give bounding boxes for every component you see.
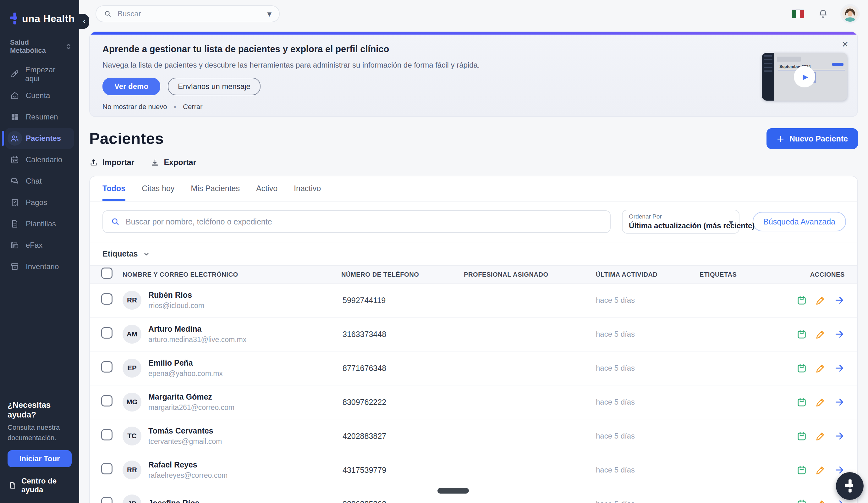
sidebar-item-calendario[interactable]: Calendario bbox=[5, 149, 74, 171]
luna-assistant-fab[interactable] bbox=[836, 472, 864, 500]
select-all-checkbox[interactable] bbox=[101, 268, 113, 279]
patient-name[interactable]: Tomás Cervantes bbox=[148, 426, 222, 435]
sidebar-item-pagos[interactable]: Pagos bbox=[5, 192, 74, 213]
edit-pencil-icon[interactable] bbox=[815, 499, 826, 503]
header-name: NOMBRE Y CORREO ELECTRÓNICO bbox=[115, 271, 329, 278]
open-profile-arrow-icon[interactable] bbox=[834, 499, 845, 503]
edit-pencil-icon[interactable] bbox=[815, 431, 826, 441]
row-checkbox[interactable] bbox=[101, 429, 113, 440]
view-demo-button[interactable]: Ver demo bbox=[102, 78, 160, 95]
edit-pencil-icon[interactable] bbox=[815, 363, 826, 373]
sidebar-item-efax[interactable]: eFax bbox=[5, 235, 74, 256]
sidebar-item-inventario[interactable]: Inventario bbox=[5, 256, 74, 277]
schedule-appointment-icon[interactable] bbox=[796, 329, 807, 340]
plus-icon: + bbox=[776, 133, 784, 144]
avatar: JR bbox=[123, 494, 142, 503]
sidebar-item-resumen[interactable]: Resumen bbox=[5, 106, 74, 127]
row-checkbox[interactable] bbox=[101, 395, 113, 407]
tab-citas-hoy[interactable]: Citas hoy bbox=[142, 184, 174, 201]
avatar: RR bbox=[123, 291, 142, 310]
send-message-button[interactable]: Envíanos un mensaje bbox=[168, 78, 260, 95]
edit-pencil-icon[interactable] bbox=[815, 397, 826, 408]
close-banner-link[interactable]: Cerrar bbox=[183, 103, 203, 111]
sidebar-item-chat[interactable]: Chat bbox=[5, 171, 74, 192]
sidebar-item-pacientes[interactable]: Pacientes bbox=[5, 127, 74, 149]
start-tour-button[interactable]: Iniciar Tour bbox=[8, 450, 72, 467]
brand-logo: una Health bbox=[0, 0, 79, 24]
row-checkbox[interactable] bbox=[101, 293, 113, 305]
help-text-line1: Consulta nuestra bbox=[8, 423, 72, 432]
tab-todos[interactable]: Todos bbox=[102, 184, 125, 201]
global-search-placeholder: Buscar bbox=[117, 9, 141, 18]
sort-label: Ordenar Por bbox=[629, 213, 733, 220]
tab-activo[interactable]: Activo bbox=[256, 184, 278, 201]
caret-down-icon: ▼ bbox=[729, 219, 733, 226]
patient-name[interactable]: Margarita Gómez bbox=[148, 392, 235, 401]
patients-icon bbox=[10, 134, 20, 143]
play-icon[interactable]: ▶ bbox=[794, 66, 815, 88]
patient-search-input[interactable]: Buscar por nombre, teléfono o expediente bbox=[102, 210, 611, 233]
close-icon[interactable]: ✕ bbox=[841, 40, 848, 49]
row-checkbox[interactable] bbox=[101, 361, 113, 372]
export-button[interactable]: Exportar bbox=[151, 158, 196, 167]
schedule-appointment-icon[interactable] bbox=[796, 397, 807, 408]
schedule-appointment-icon[interactable] bbox=[796, 295, 807, 306]
sidebar-item-empezar-aqui[interactable]: Empezar aqui bbox=[5, 63, 74, 85]
inventory-icon bbox=[10, 262, 20, 271]
schedule-appointment-icon[interactable] bbox=[796, 363, 807, 373]
open-profile-arrow-icon[interactable] bbox=[834, 431, 845, 441]
edit-pencil-icon[interactable] bbox=[815, 465, 826, 475]
patient-name[interactable]: Emilio Peña bbox=[148, 358, 223, 368]
search-icon bbox=[104, 10, 112, 18]
patients-card: Todos Citas hoy Mis Pacientes Activo Ina… bbox=[89, 176, 858, 503]
row-checkbox[interactable] bbox=[101, 497, 113, 503]
sidebar-collapse-button[interactable]: ‹ bbox=[79, 14, 89, 29]
table-row: TC Tomás Cervantes tcervantes@gmail.com … bbox=[90, 419, 857, 453]
tab-inactivo[interactable]: Inactivo bbox=[294, 184, 321, 201]
schedule-appointment-icon[interactable] bbox=[796, 499, 807, 503]
row-checkbox[interactable] bbox=[101, 327, 113, 339]
row-checkbox[interactable] bbox=[101, 463, 113, 474]
table-row: RR Rubén Ríos rrios@icloud.com 599274411… bbox=[90, 284, 857, 318]
patient-name[interactable]: Rafael Reyes bbox=[148, 460, 228, 469]
dashboard-icon bbox=[10, 112, 20, 122]
edit-pencil-icon[interactable] bbox=[815, 329, 826, 340]
payments-icon bbox=[10, 198, 20, 207]
tab-mis-pacientes[interactable]: Mis Pacientes bbox=[191, 184, 240, 201]
global-search-input[interactable]: Buscar ▼ bbox=[95, 6, 280, 22]
horizontal-scrollbar-thumb[interactable] bbox=[437, 488, 469, 494]
sidebar-item-label: Plantillas bbox=[26, 219, 56, 228]
sort-value: Última actualización (más reciente) bbox=[629, 221, 733, 230]
patient-name[interactable]: Josefina Ríos bbox=[148, 499, 199, 503]
new-patient-button[interactable]: + Nuevo Paciente bbox=[766, 128, 858, 149]
caret-down-icon[interactable]: ▼ bbox=[267, 11, 271, 17]
luna-health-app: ‹ una Health Salud Metabólica bbox=[0, 0, 868, 503]
advanced-search-button[interactable]: Búsqueda Avanzada bbox=[753, 212, 846, 232]
schedule-appointment-icon[interactable] bbox=[796, 431, 807, 441]
tags-filter[interactable]: Etiquetas bbox=[90, 243, 857, 265]
open-profile-arrow-icon[interactable] bbox=[834, 295, 845, 306]
open-profile-arrow-icon[interactable] bbox=[834, 397, 845, 408]
patient-name[interactable]: Rubén Ríos bbox=[148, 290, 204, 300]
sidebar-item-cuenta[interactable]: Cuenta bbox=[5, 85, 74, 106]
sidebar-item-label: Empezar aqui bbox=[25, 65, 69, 83]
bell-icon[interactable] bbox=[818, 9, 828, 19]
demo-video-thumbnail[interactable]: September 2024 ▶ bbox=[762, 53, 847, 101]
help-center-link[interactable]: Centro de ayuda bbox=[8, 476, 72, 494]
open-profile-arrow-icon[interactable] bbox=[834, 329, 845, 340]
avatar: RR bbox=[123, 461, 142, 480]
sidebar-item-plantillas[interactable]: Plantillas bbox=[5, 213, 74, 235]
user-avatar[interactable] bbox=[842, 6, 858, 22]
patient-name[interactable]: Arturo Medina bbox=[148, 325, 246, 333]
schedule-appointment-icon[interactable] bbox=[796, 465, 807, 475]
table-row: MG Margarita Gómez margarita261@correo.c… bbox=[90, 386, 857, 419]
help-title: ¿Necesitas ayuda? bbox=[8, 400, 72, 420]
edit-pencil-icon[interactable] bbox=[815, 295, 826, 306]
import-button[interactable]: Importar bbox=[89, 158, 134, 167]
open-profile-arrow-icon[interactable] bbox=[834, 363, 845, 373]
sort-dropdown[interactable]: Ordenar Por Última actualización (más re… bbox=[622, 210, 740, 234]
workspace-selector[interactable]: Salud Metabólica bbox=[0, 38, 79, 55]
upload-icon bbox=[89, 158, 98, 167]
language-flag-mexico-icon[interactable] bbox=[792, 10, 804, 18]
dont-show-again-link[interactable]: No mostrar de nuevo bbox=[102, 103, 167, 111]
